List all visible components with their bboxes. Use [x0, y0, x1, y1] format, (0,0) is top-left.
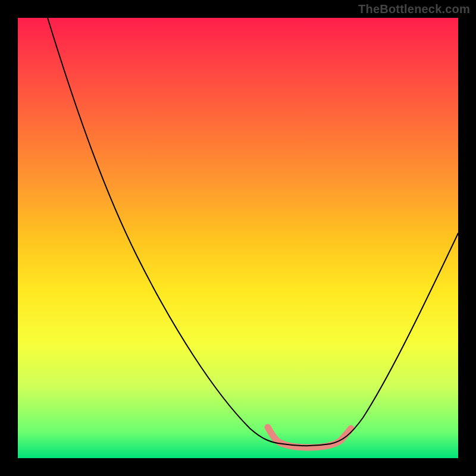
bottleneck-curve [48, 18, 458, 446]
watermark-text: TheBottleneck.com [358, 2, 470, 16]
accent-valley-floor [268, 427, 351, 447]
chart-frame: TheBottleneck.com [0, 0, 476, 476]
curve-svg [18, 18, 458, 458]
plot-gradient-area [18, 18, 458, 458]
